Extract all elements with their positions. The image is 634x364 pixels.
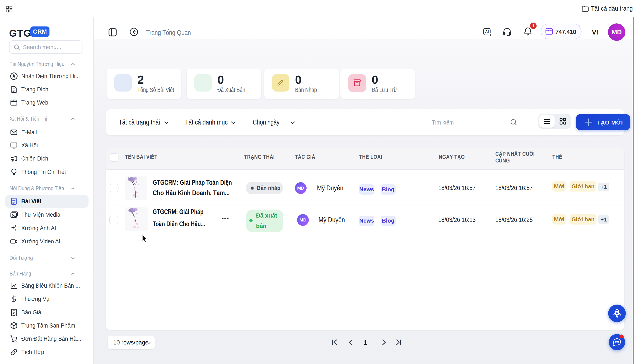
svg-text:AI: AI <box>485 30 489 34</box>
